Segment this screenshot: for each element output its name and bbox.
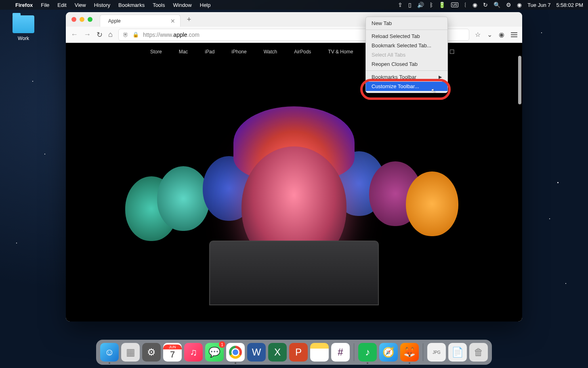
forward-button[interactable]: →	[84, 30, 91, 39]
device-icon[interactable]: ▯	[408, 2, 412, 8]
menu-help[interactable]: Help	[196, 2, 215, 8]
control-center-icon[interactable]: ⚙	[506, 2, 511, 8]
minimize-window-button[interactable]	[80, 17, 84, 22]
page-content: Store Mac iPad iPhone Watch AirPods TV &…	[66, 43, 522, 321]
back-button[interactable]: ←	[71, 30, 78, 39]
ctx-bookmark-tab[interactable]: Bookmark Selected Tab...	[366, 41, 447, 50]
lock-icon[interactable]: 🔒	[132, 32, 139, 38]
dock-safari[interactable]: 🧭	[379, 343, 398, 362]
dock-spotify[interactable]: ♪	[358, 343, 377, 362]
battery-icon[interactable]: 🔋	[439, 2, 445, 8]
dock-powerpoint[interactable]: P	[289, 343, 308, 362]
dock-calendar[interactable]: JUN7	[163, 343, 182, 362]
ctx-new-tab[interactable]: New Tab	[366, 19, 447, 28]
dock-separator	[354, 343, 354, 361]
new-tab-button[interactable]: +	[183, 15, 195, 24]
messages-badge: 1	[219, 341, 225, 348]
nav-tvhome[interactable]: TV & Home	[328, 49, 353, 55]
nav-ipad[interactable]: iPad	[205, 49, 214, 55]
volume-icon[interactable]: 🔊	[417, 2, 424, 8]
url-text: https://www.apple.com	[143, 32, 200, 38]
ctx-separator	[366, 30, 447, 30]
browser-tab[interactable]: Apple ✕	[100, 15, 181, 27]
dock-file[interactable]: 📄	[448, 343, 467, 362]
wifi-icon[interactable]: ⧙	[464, 2, 467, 8]
bookmark-star-icon[interactable]: ☆	[475, 31, 481, 38]
menu-tools[interactable]: Tools	[149, 2, 169, 8]
account-icon[interactable]: ◉	[499, 31, 504, 38]
menu-history[interactable]: History	[90, 2, 114, 8]
macos-dock: ☺ ▦ ⚙ JUN7 ♫ 💬1 W X P # ♪ 🧭 🦊 JPG 📄 🗑	[96, 340, 492, 365]
dock-trash[interactable]: 🗑	[469, 343, 488, 362]
tab-title: Apple	[108, 18, 121, 24]
home-button[interactable]: ⌂	[108, 30, 113, 39]
pocket-icon[interactable]: ⌄	[487, 31, 492, 38]
firefox-window: Apple ✕ + ← → ↻ ⌂ ⛨ 🔒 https://www.apple.…	[66, 12, 522, 321]
bag-icon[interactable]: ☐	[449, 49, 455, 55]
tab-bar: Apple ✕ +	[66, 12, 522, 27]
dock-finder[interactable]: ☺	[100, 343, 119, 362]
dock-notes[interactable]	[310, 343, 329, 362]
menu-view[interactable]: View	[71, 2, 90, 8]
menubar-time[interactable]: 5:58:02 PM	[556, 2, 584, 8]
dock-slack[interactable]: #	[331, 343, 350, 362]
user-icon[interactable]: ◉	[472, 2, 477, 8]
ctx-select-all-tabs: Select All Tabs	[366, 50, 447, 59]
folder-label: Work	[9, 36, 38, 41]
cursor-icon: ↖	[431, 87, 436, 95]
url-toolbar: ← → ↻ ⌂ ⛨ 🔒 https://www.apple.com ☆ ⌄ ◉	[66, 27, 522, 43]
dropbox-icon[interactable]: ⇪	[398, 2, 403, 8]
ctx-separator	[366, 70, 447, 71]
close-tab-button[interactable]: ✕	[170, 18, 175, 24]
menu-edit[interactable]: Edit	[53, 2, 70, 8]
nav-airpods[interactable]: AirPods	[294, 49, 311, 55]
folder-icon	[13, 15, 34, 33]
desktop-folder-work[interactable]: Work	[9, 15, 38, 41]
reload-button[interactable]: ↻	[97, 30, 103, 39]
nav-watch[interactable]: Watch	[264, 49, 277, 55]
dock-file-jpg[interactable]: JPG	[427, 343, 446, 362]
hero-image	[66, 71, 522, 321]
dock-excel[interactable]: X	[268, 343, 287, 362]
close-window-button[interactable]	[71, 17, 76, 22]
nav-iphone[interactable]: iPhone	[231, 49, 246, 55]
window-controls	[71, 17, 92, 22]
menubar-date[interactable]: Tue Jun 7	[527, 2, 550, 8]
app-menu-button[interactable]	[511, 32, 517, 37]
dock-messages[interactable]: 💬1	[205, 343, 224, 362]
dock-separator	[423, 343, 423, 361]
nav-mac[interactable]: Mac	[179, 49, 188, 55]
dock-music[interactable]: ♫	[184, 343, 203, 362]
clock-history-icon[interactable]: ↻	[483, 2, 488, 8]
bluetooth-icon[interactable]: ᛒ	[430, 2, 433, 8]
shield-icon[interactable]: ⛨	[123, 32, 128, 38]
app-name[interactable]: Firefox	[11, 2, 37, 8]
chevron-right-icon: ▶	[439, 74, 442, 80]
maximize-window-button[interactable]	[88, 17, 92, 22]
spotlight-icon[interactable]: 🔍	[494, 2, 500, 8]
input-source-icon[interactable]: US	[451, 2, 459, 7]
macos-menubar: Firefox File Edit View History Bookmarks…	[0, 0, 588, 10]
dock-settings[interactable]: ⚙	[142, 343, 161, 362]
apple-site-nav: Store Mac iPad iPhone Watch AirPods TV &…	[66, 43, 522, 61]
tab-context-menu: New Tab Reload Selected Tab Bookmark Sel…	[365, 17, 448, 93]
nav-store[interactable]: Store	[150, 49, 162, 55]
hero-laptop	[209, 241, 379, 321]
dock-firefox[interactable]: 🦊	[400, 343, 419, 362]
dock-word[interactable]: W	[247, 343, 266, 362]
page-scrollbar[interactable]	[518, 56, 521, 104]
menu-window[interactable]: Window	[169, 2, 196, 8]
dock-launchpad[interactable]: ▦	[121, 343, 140, 362]
menu-file[interactable]: File	[37, 2, 53, 8]
dock-chrome[interactable]	[226, 343, 245, 362]
ctx-reopen-closed[interactable]: Reopen Closed Tab	[366, 59, 447, 69]
ctx-bookmarks-toolbar[interactable]: Bookmarks Toolbar▶	[366, 72, 447, 82]
siri-icon[interactable]: ◉	[517, 2, 522, 8]
menu-bookmarks[interactable]: Bookmarks	[114, 2, 149, 8]
ctx-reload-tab[interactable]: Reload Selected Tab	[366, 32, 447, 41]
